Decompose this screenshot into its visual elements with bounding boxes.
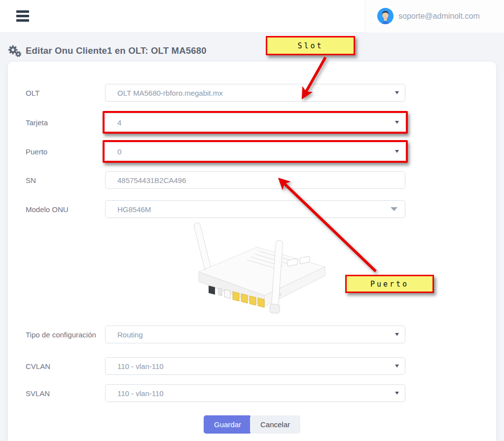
user-avatar <box>377 8 394 24</box>
page-title: Editar Onu Cliente1 en OLT: OLT MA5680 <box>26 45 207 56</box>
chevron-down-icon <box>395 333 399 336</box>
svlan-select[interactable]: 110 - vlan-110 <box>105 384 405 402</box>
chevron-down-icon <box>395 365 399 368</box>
cvlan-label: CVLAN <box>26 361 105 371</box>
page-header: Editar Onu Cliente1 en OLT: OLT MA5680 <box>8 44 504 57</box>
tipo-configuracion-select[interactable]: Routing <box>105 326 405 343</box>
modelo-onu-select[interactable]: HG8546M <box>105 200 405 218</box>
user-menu[interactable]: soporte@adminolt.com <box>365 0 504 33</box>
top-navbar: soporte@adminolt.com <box>0 0 504 33</box>
form-row-modelo-onu: Modelo ONU HG8546M <box>26 200 478 218</box>
chevron-down-icon <box>395 91 399 94</box>
chevron-down-icon <box>395 121 399 124</box>
puerto-select-value: 0 <box>117 147 121 156</box>
app-window: soporte@adminolt.com <box>0 0 504 441</box>
olt-label: OLT <box>26 88 105 98</box>
sn-label: SN <box>26 175 105 185</box>
modelo-onu-label: Modelo ONU <box>26 204 105 215</box>
cvlan-select[interactable]: 110 - vlan-110 <box>105 357 405 375</box>
puerto-label: Puerto <box>26 147 105 157</box>
edit-onu-card: OLT OLT MA5680-rbforo.megabit.mx Tarjeta… <box>8 62 496 441</box>
form-row-olt: OLT OLT MA5680-rbforo.megabit.mx <box>26 84 478 102</box>
form-row-tarjeta: Tarjeta 4 <box>26 111 478 134</box>
chevron-down-icon <box>395 150 399 153</box>
form-row-cvlan: CVLAN 110 - vlan-110 <box>26 357 478 375</box>
chevron-down-icon <box>395 392 399 395</box>
onu-product-image <box>26 221 478 318</box>
form-row-svlan: SVLAN 110 - vlan-110 <box>26 384 478 402</box>
cogs-icon <box>8 45 21 57</box>
form-row-puerto: Puerto 0 <box>26 140 478 163</box>
svlan-select-value: 110 - vlan-110 <box>117 389 164 398</box>
olt-select[interactable]: OLT MA5680-rbforo.megabit.mx <box>105 84 405 102</box>
tipo-configuracion-select-value: Routing <box>117 331 143 339</box>
form-row-sn: SN <box>26 171 478 189</box>
hamburger-menu-icon[interactable] <box>16 10 29 22</box>
tarjeta-label: Tarjeta <box>26 117 105 128</box>
cvlan-select-value: 110 - vlan-110 <box>117 362 164 370</box>
puerto-highlight-box: 0 <box>103 140 408 163</box>
svlan-label: SVLAN <box>26 388 105 399</box>
tipo-configuracion-label: Tipo de configuración <box>26 330 105 340</box>
cancel-button[interactable]: Cancelar <box>250 415 300 434</box>
tarjeta-select[interactable]: 4 <box>105 113 405 131</box>
olt-select-value: OLT MA5680-rbforo.megabit.mx <box>117 89 223 97</box>
puerto-select[interactable]: 0 <box>105 143 405 160</box>
tarjeta-select-value: 4 <box>117 118 121 127</box>
user-email: soporte@adminolt.com <box>398 12 480 21</box>
sn-input[interactable] <box>105 171 405 189</box>
save-button[interactable]: Guardar <box>204 415 252 434</box>
form-row-tipo-configuracion: Tipo de configuración Routing <box>26 326 478 343</box>
form-actions: Guardar Cancelar <box>26 415 478 434</box>
chevron-down-icon <box>391 207 397 211</box>
modelo-onu-select-value: HG8546M <box>117 205 151 214</box>
tarjeta-highlight-box: 4 <box>103 111 408 134</box>
